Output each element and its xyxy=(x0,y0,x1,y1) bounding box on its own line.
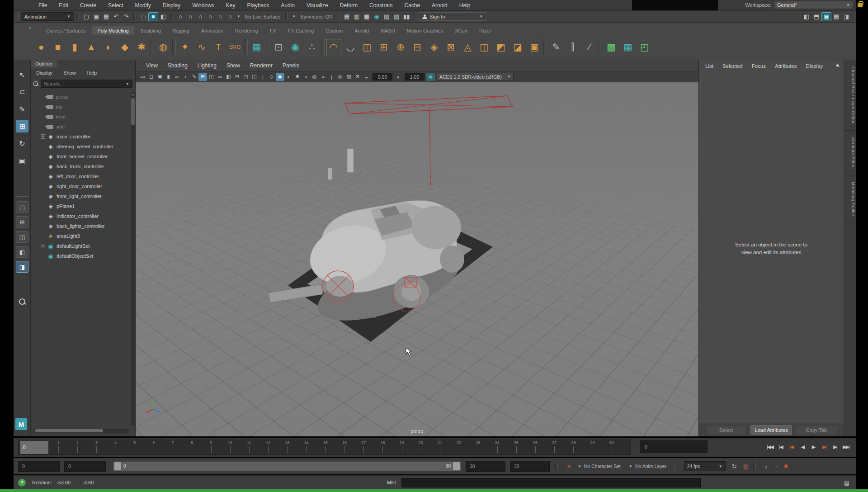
statusline-snap-grid-icon[interactable]: ∩ xyxy=(175,12,185,21)
group-grip[interactable] xyxy=(414,13,416,20)
shelf-poly-cube-icon[interactable]: ■ xyxy=(50,39,66,55)
frame-tick-12[interactable]: 12 xyxy=(263,440,274,445)
shelf-sculpt-pencil-icon[interactable]: ✎ xyxy=(548,39,564,55)
shelf-tab-mash[interactable]: MASH xyxy=(375,26,401,35)
shelf-tab-xgen[interactable]: XGen xyxy=(449,26,473,35)
frame-tick-7[interactable]: 7 xyxy=(167,440,178,445)
outliner-item-top[interactable]: top xyxy=(31,102,131,112)
exposure-icon[interactable]: ◒ xyxy=(362,73,371,81)
anim-layer-label[interactable]: No Anim Layer xyxy=(635,464,666,469)
viewport-wireframe-icon[interactable]: ◇ xyxy=(267,73,276,81)
shelf-tab-ruler[interactable]: Ruler xyxy=(474,26,496,35)
shelf-calculator-icon[interactable]: ▦ xyxy=(249,39,264,55)
shelf-platonic-solid-icon[interactable]: ◍ xyxy=(156,39,171,55)
layout-four-pane[interactable]: ⊞ xyxy=(16,216,28,228)
scroll-up-icon[interactable]: ▲ xyxy=(131,92,135,96)
attr-menu-selected[interactable]: Selected xyxy=(719,62,746,70)
viewport-shadows-icon[interactable]: ◑ xyxy=(302,73,310,81)
frame-tick-21[interactable]: 21 xyxy=(434,440,445,445)
shelf-tab-motion-graphics[interactable]: Motion Graphics xyxy=(401,26,448,35)
menu-modify[interactable]: Modify xyxy=(130,1,156,10)
outliner-item-right_door_controller[interactable]: ◈right_door_controller xyxy=(31,181,131,191)
group-grip[interactable] xyxy=(285,13,288,20)
outliner-item-pPlane1[interactable]: ◈pPlane1 xyxy=(31,201,131,211)
outliner-item-indicator_controller[interactable]: ◈indicator_controller xyxy=(31,211,131,221)
shelf-uv-layout-icon[interactable]: ◰ xyxy=(637,39,652,55)
menu-audio[interactable]: Audio xyxy=(276,1,300,10)
sign-in-dropdown[interactable]: Sign In ▼ xyxy=(419,12,486,21)
attr-menu-focus[interactable]: Focus xyxy=(748,62,769,70)
playback-play-forward-button[interactable]: ▶ xyxy=(808,441,819,453)
side-tab-modeling-toolkit[interactable]: Modeling Toolkit xyxy=(844,175,856,223)
viewport-camera-attributes-icon[interactable]: ▣ xyxy=(156,73,164,81)
shelf-tab-poly-modeling[interactable]: Poly Modeling xyxy=(92,26,134,35)
copy-tab-button[interactable]: Copy Tab xyxy=(796,425,837,435)
shelf-lock-length-icon[interactable]: ⊡ xyxy=(271,39,286,55)
search-input[interactable]: Search... ▼ xyxy=(41,80,132,88)
animation-start-field[interactable]: 0 xyxy=(18,461,60,472)
statusline-select-hierarchy-icon[interactable]: ⬚ xyxy=(138,12,148,21)
group-grip[interactable] xyxy=(76,13,79,20)
outliner-vertical-scrollbar[interactable]: ▲ xyxy=(131,92,135,426)
paint-select-tool[interactable]: ✎ xyxy=(16,103,28,115)
menu-visualize[interactable]: Visualize xyxy=(302,1,333,10)
statusline-sidebar-tool-toggle-icon[interactable]: ⬒ xyxy=(811,12,821,21)
shelf-tab-fx-caching[interactable]: FX Caching xyxy=(283,26,319,35)
statusline-sidebar-channel-toggle-icon[interactable]: ▣ xyxy=(821,12,831,21)
statusline-new-scene-icon[interactable]: ▢ xyxy=(81,12,91,21)
menu-edit[interactable]: Edit xyxy=(54,1,73,10)
shelf-text-tool-icon[interactable]: T xyxy=(211,39,226,55)
frame-tick-3[interactable]: 3 xyxy=(91,440,102,445)
frame-tick-26[interactable]: 26 xyxy=(530,440,541,445)
statusline-select-object-icon[interactable]: ■ xyxy=(148,12,158,21)
viewport-xray-icon[interactable]: ▨ xyxy=(344,73,353,81)
statusline-launch-sequence-icon[interactable]: ▨ xyxy=(392,12,401,21)
frame-tick-20[interactable]: 20 xyxy=(415,440,426,445)
shelf-bevel-icon[interactable]: ◬ xyxy=(460,39,475,55)
frame-tick-8[interactable]: 8 xyxy=(186,440,197,445)
shelf-poly-sphere-icon[interactable]: ● xyxy=(33,39,49,55)
viewport-bookmark-icon[interactable]: ▮ xyxy=(164,73,173,81)
viewport-menu-lighting[interactable]: Lighting xyxy=(193,62,221,70)
shelf-boolean-diff-icon[interactable]: ⊟ xyxy=(410,39,425,55)
frame-tick-19[interactable]: 19 xyxy=(396,440,407,445)
shelf-quad-draw-icon[interactable]: ▣ xyxy=(527,39,542,55)
menu-display[interactable]: Display xyxy=(158,1,185,10)
animation-preferences-icon[interactable]: ✱ xyxy=(783,463,788,470)
statusline-render-settings-icon[interactable]: ▧ xyxy=(382,12,392,21)
statusline-construction-history-icon[interactable]: ▤ xyxy=(342,12,352,21)
gamma-field[interactable]: 1.00 xyxy=(405,73,425,80)
group-grip[interactable] xyxy=(16,13,19,20)
audio-mute-icon[interactable]: ♪ xyxy=(764,463,768,470)
view-transform-icon[interactable]: ◉ xyxy=(426,73,435,81)
frame-tick-6[interactable]: 6 xyxy=(148,440,159,445)
frame-tick-13[interactable]: 13 xyxy=(282,440,292,445)
frame-tick-30[interactable]: 30 xyxy=(606,440,617,445)
shelf-divider[interactable] xyxy=(151,39,154,55)
graph-anim-icon[interactable]: ▥ xyxy=(743,463,749,470)
shelf-bridge-icon[interactable]: ◫ xyxy=(476,39,492,55)
menu-windows[interactable]: Windows xyxy=(187,1,219,10)
shelf-curve-star-icon[interactable]: ✦ xyxy=(177,39,193,55)
statusline-sidebar-attr-toggle-icon[interactable]: ◧ xyxy=(802,12,811,21)
shelf-uv-editor-icon[interactable]: ▩ xyxy=(604,39,619,55)
load-attributes-button[interactable]: Load Attributes xyxy=(750,425,792,435)
outliner-item-areaLight3[interactable]: ✳areaLight3 xyxy=(31,231,131,241)
menu-create[interactable]: Create xyxy=(75,1,101,10)
menuset-dropdown[interactable]: Animation ▼ xyxy=(21,12,74,21)
shelf-divider[interactable] xyxy=(244,39,248,55)
frame-tick-24[interactable]: 24 xyxy=(492,440,503,445)
frame-tick-22[interactable]: 22 xyxy=(453,440,464,445)
playhead[interactable]: 0 xyxy=(20,441,48,454)
outliner-menu-display[interactable]: Display xyxy=(33,69,56,76)
menu-key[interactable]: Key xyxy=(221,1,241,10)
script-editor-icon[interactable]: ▤ xyxy=(844,479,849,486)
playback-step-forward-frame-button[interactable]: ▶| xyxy=(830,441,840,453)
attr-menu-attributes[interactable]: Attributes xyxy=(771,62,801,70)
outliner-item-back_lights_controller[interactable]: ◈back_lights_controller xyxy=(31,221,131,231)
attr-menu-list[interactable]: List xyxy=(702,62,717,70)
viewport-menu-view[interactable]: View xyxy=(142,62,162,70)
frame-tick-16[interactable]: 16 xyxy=(339,440,350,445)
select-button[interactable]: Select xyxy=(705,425,747,435)
outliner-item-defaultObjectSet[interactable]: ◉defaultObjectSet xyxy=(31,251,131,261)
